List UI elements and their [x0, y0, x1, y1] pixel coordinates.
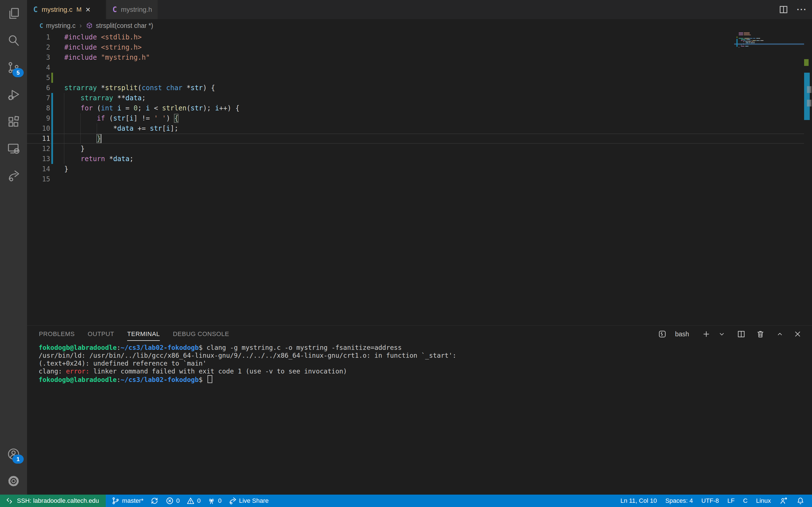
overview-ruler[interactable] [804, 32, 812, 325]
remote-connect-icon [5, 497, 13, 505]
breadcrumb-file[interactable]: mystring.c [46, 22, 75, 30]
status-master[interactable]: master* [108, 495, 147, 507]
sync-icon [150, 497, 159, 505]
minimap-code-bar [739, 47, 739, 48]
minimap-code-bar [750, 38, 753, 39]
activity-remote-explorer[interactable] [0, 135, 27, 162]
ruler-bracket-mark [807, 86, 811, 93]
status-item-label: 0 [218, 497, 221, 504]
minimap-code-bar [744, 33, 750, 33]
close-panel-icon[interactable] [794, 330, 802, 338]
more-actions-icon[interactable]: ··· [797, 5, 807, 14]
code-line-13[interactable]: 13 return *data; [27, 154, 804, 164]
tab-bar: C mystring.c M × C mystring.h ··· [27, 0, 812, 19]
status-linux[interactable]: Linux [753, 495, 774, 507]
panel-tab-output[interactable]: OUTPUT [88, 328, 114, 340]
status-c[interactable]: C [740, 495, 751, 507]
activity-search[interactable] [0, 27, 27, 54]
minimap-code-bar [749, 41, 751, 42]
code-editor[interactable]: 1#include <stdlib.h>2#include <string.h>… [27, 32, 812, 325]
ruler-added-mark [804, 59, 809, 66]
code-text: strarray *strsplit(const char *str) { [64, 83, 215, 93]
code-line-3[interactable]: 3#include "mystring.h" [27, 52, 804, 62]
terminal-output[interactable]: fokodogb@labradoodle:~/cs3/lab02-fokodog… [39, 344, 456, 383]
minimap-code-bar [761, 40, 763, 41]
code-line-15[interactable]: 15 [27, 174, 804, 184]
activity-source-control[interactable]: 5 [0, 54, 27, 81]
minimap-code-bar [745, 38, 749, 39]
code-text: } [64, 144, 85, 154]
status-utf-8[interactable]: UTF-8 [698, 495, 722, 507]
new-terminal-icon[interactable] [702, 330, 711, 338]
breadcrumb-symbol[interactable]: strsplit(const char *) [96, 22, 153, 30]
line-number: 1 [27, 32, 50, 42]
minimap-code-bar [758, 38, 760, 39]
code-line-4[interactable]: 4 [27, 62, 804, 73]
code-line-12[interactable]: 12 } [27, 144, 804, 154]
status-0[interactable]: 0 [183, 495, 204, 507]
minimap[interactable] [734, 32, 804, 145]
activity-settings[interactable] [0, 467, 27, 495]
split-editor-icon[interactable] [779, 5, 788, 14]
bottom-panel: PROBLEMSOUTPUTTERMINALDEBUG CONSOLE bash… [27, 325, 812, 495]
code-line-14[interactable]: 14} [27, 164, 804, 174]
status-feedback[interactable] [776, 495, 791, 507]
minimap-code-bar [748, 39, 750, 40]
code-line-6[interactable]: 6strarray *strsplit(const char *str) { [27, 83, 804, 93]
remote-indicator[interactable]: SSH: labradoodle.caltech.edu [0, 495, 106, 507]
code-line-1[interactable]: 1#include <stdlib.h> [27, 32, 804, 42]
split-terminal-icon[interactable] [737, 330, 746, 338]
activity-bar: 5 1 [0, 0, 27, 495]
error-icon [165, 497, 174, 505]
code-line-2[interactable]: 2#include <string.h> [27, 42, 804, 52]
trash-icon[interactable] [756, 330, 765, 338]
shell-label[interactable]: bash [675, 330, 689, 338]
maximize-panel-icon[interactable] [776, 330, 783, 338]
code-line-10[interactable]: 10 *data += str[i]; [27, 123, 804, 133]
code-text: #include <string.h> [64, 42, 142, 52]
activity-explorer[interactable] [0, 0, 27, 27]
line-number: 11 [27, 133, 50, 144]
close-icon[interactable]: × [86, 5, 91, 14]
panel-tab-terminal[interactable]: TERMINAL [127, 328, 160, 341]
c-file-icon: C [112, 5, 117, 14]
code-line-5[interactable]: 5 [27, 73, 804, 83]
tab-mystring-c[interactable]: C mystring.c M × [27, 0, 106, 19]
status-0[interactable]: 0 [162, 495, 183, 507]
status-live-share[interactable]: Live Share [225, 495, 272, 507]
code-line-9[interactable]: 9 if (str[i] != ' ') { [27, 113, 804, 123]
remote-explorer-icon [7, 142, 20, 156]
ruler-modified-mark [804, 73, 810, 79]
terminal-line: fokodogb@labradoodle:~/cs3/lab02-fokodog… [39, 344, 456, 351]
status-spaces-4[interactable]: Spaces: 4 [662, 495, 696, 507]
status-ln-11-col-10[interactable]: Ln 11, Col 10 [617, 495, 660, 507]
status-item-label: Live Share [239, 497, 269, 504]
radio-tower-icon [207, 497, 216, 505]
minimap-code-bar [753, 40, 756, 41]
code-text: #include "mystring.h" [64, 52, 150, 62]
status-lf[interactable]: LF [724, 495, 738, 507]
status-item-label: 0 [197, 497, 200, 504]
status-0[interactable]: 0 [204, 495, 225, 507]
activity-extensions[interactable] [0, 108, 27, 135]
code-line-7[interactable]: 7 strarray **data; [27, 93, 804, 103]
activity-live-share[interactable] [0, 162, 27, 189]
code-text: } [64, 164, 68, 174]
code-line-8[interactable]: 8 for (int i = 0; i < strlen(str); i++) … [27, 103, 804, 113]
minimap-code-bar [739, 38, 743, 39]
code-line-11[interactable]: 11 } [27, 133, 804, 144]
status-bell[interactable] [793, 495, 808, 507]
activity-run-debug[interactable] [0, 81, 27, 108]
status-sync[interactable] [147, 495, 162, 507]
bash-shell-icon[interactable] [658, 330, 666, 338]
tab-mystring-h[interactable]: C mystring.h [106, 0, 158, 19]
text-cursor [101, 134, 101, 143]
chevron-down-icon[interactable] [718, 330, 725, 338]
panel-tab-problems[interactable]: PROBLEMS [39, 328, 75, 340]
code-text: return *data; [64, 154, 134, 164]
status-item-label: 0 [176, 497, 180, 504]
minimap-code-bar [743, 41, 744, 42]
panel-tab-debug-console[interactable]: DEBUG CONSOLE [173, 328, 229, 340]
symbol-cube-icon [86, 22, 93, 29]
activity-accounts[interactable]: 1 [0, 441, 27, 467]
